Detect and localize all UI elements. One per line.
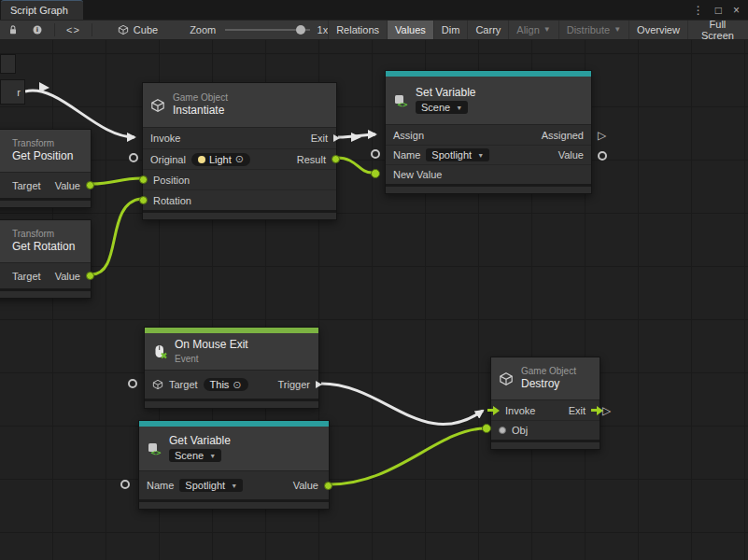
port-position-input[interactable] [139, 175, 148, 184]
port-target-label: Target [0, 180, 41, 191]
window-controls: ⋮ □ × [693, 0, 748, 20]
target-object-value: This [210, 379, 230, 390]
graph-target-button[interactable]: Cube [110, 21, 165, 39]
cube-icon [152, 379, 163, 390]
variable-name-dropdown[interactable]: Spotlight ▼ [426, 148, 489, 161]
port-setvariable-name-input[interactable] [371, 149, 380, 159]
port-exit-label: Exit [311, 133, 328, 144]
window-close-icon[interactable]: × [733, 5, 740, 16]
port-result-output[interactable] [332, 155, 340, 163]
node-header[interactable]: On Mouse Exit Event [145, 333, 318, 371]
node-header[interactable]: Game Object Destroy [491, 357, 600, 400]
port-exit-flow-output[interactable] [333, 134, 340, 142]
tab-bar: Script Graph ⋮ □ × [0, 0, 748, 20]
partial-node-fragment[interactable] [0, 54, 16, 74]
toolbar-buttons: Relations Values Dim Carry Align▼ Distri… [328, 21, 747, 39]
port-row: Invoke Exit [143, 128, 336, 148]
port-row: Assign Assigned [386, 125, 591, 145]
port-row: Obj [491, 420, 600, 440]
node-title: Get Rotation [12, 241, 75, 254]
fullscreen-label: Full Screen [696, 19, 740, 41]
carry-button[interactable]: Carry [467, 21, 508, 39]
port-assigned-flow-output[interactable]: ▷ [598, 130, 606, 141]
dim-button[interactable]: Dim [433, 21, 468, 39]
align-label: Align [516, 24, 539, 35]
window-maximize-icon[interactable]: □ [715, 5, 722, 16]
relations-label: Relations [336, 24, 379, 35]
code-view-icon[interactable]: <> [60, 21, 87, 39]
port-new-value-input[interactable] [371, 169, 380, 178]
variable-kind-dropdown[interactable]: Scene ▼ [416, 101, 468, 114]
variable-kind-dropdown[interactable]: Scene ▼ [169, 449, 221, 462]
lock-icon[interactable] [1, 21, 25, 39]
node-get-variable[interactable]: Get Variable Scene ▼ Name Spotlight ▼ Va… [138, 420, 330, 510]
port-position-label: Position [153, 175, 190, 186]
port-row: Invoke Exit [491, 400, 600, 420]
port-trigger-flow-output[interactable] [316, 381, 322, 388]
zoom-value: 1x [318, 24, 329, 35]
values-button[interactable]: Values [387, 21, 433, 39]
port-value-output[interactable] [86, 181, 94, 189]
node-header[interactable]: Set Variable Scene ▼ [386, 77, 591, 125]
variable-name-dropdown[interactable]: Spotlight ▼ [179, 479, 243, 492]
node-title: Set Variable [416, 87, 475, 100]
variable-icon [393, 93, 408, 108]
port-obj-input[interactable] [499, 427, 506, 434]
node-category: Transform [12, 138, 73, 149]
svg-text:i: i [36, 26, 38, 34]
port-destroy-exit-flow-output[interactable]: ▷ [602, 405, 611, 416]
target-object-field[interactable]: This ⊙ [204, 378, 248, 391]
object-picker-icon[interactable]: ⊙ [233, 380, 241, 390]
node-header[interactable]: Transform Get Position [0, 130, 91, 173]
port-row: Rotation [143, 189, 336, 210]
node-destroy[interactable]: Game Object Destroy Invoke Exit Obj [490, 357, 600, 450]
wire-flow-arrowhead [351, 133, 361, 142]
node-get-rotation[interactable]: Transform Get Rotation Target Value [0, 219, 92, 299]
port-setvariable-value-output[interactable] [598, 151, 607, 161]
port-rotation-input[interactable] [139, 196, 148, 204]
dropdown-arrow-icon: ▼ [231, 483, 237, 489]
port-getvariable-name-input[interactable] [120, 480, 130, 489]
node-instantiate[interactable]: Game Object Instantiate Invoke Exit Orig… [142, 82, 337, 220]
port-original-label: Original [150, 154, 186, 165]
node-set-variable[interactable]: Set Variable Scene ▼ Assign Assigned Nam… [385, 70, 592, 194]
distribute-dropdown-button[interactable]: Distribute▼ [558, 21, 628, 39]
port-value-output[interactable] [324, 482, 332, 490]
port-mouse-target-input[interactable] [128, 379, 137, 388]
node-header[interactable]: Game Object Instantiate [143, 83, 336, 128]
relations-button[interactable]: Relations [328, 21, 387, 39]
original-object-field[interactable]: Light ⊙ [191, 153, 250, 166]
wire-getrotation-to-rotation [92, 199, 141, 274]
overview-button[interactable]: Overview [628, 21, 687, 39]
original-object-value: Light [209, 154, 232, 165]
fullscreen-button[interactable]: Full Screen [687, 21, 747, 39]
port-row: Target This ⊙ Trigger [145, 371, 318, 399]
zoom-slider[interactable] [225, 24, 309, 35]
tab-title: Script Graph [10, 5, 68, 16]
node-on-mouse-exit[interactable]: On Mouse Exit Event Target This ⊙ Trigge… [144, 327, 319, 409]
tab-script-graph[interactable]: Script Graph [1, 0, 83, 20]
port-original-input[interactable] [129, 153, 138, 162]
port-value-output[interactable] [86, 272, 94, 280]
port-destroy-obj-input[interactable] [482, 424, 491, 433]
port-invoke-flow-input[interactable] [487, 406, 500, 415]
node-header[interactable]: Get Variable Scene ▼ [139, 427, 329, 471]
window-menu-icon[interactable]: ⋮ [693, 5, 704, 16]
variable-icon [147, 441, 162, 456]
node-category: Game Object [521, 366, 576, 377]
port-name-label: Name [147, 480, 174, 491]
graph-canvas[interactable]: <> r [0, 40, 748, 560]
dropdown-arrow-icon: ▼ [209, 453, 216, 459]
node-get-position[interactable]: Transform Get Position Target Value [0, 129, 92, 208]
mouse-icon [152, 344, 167, 359]
port-new-value-label: New Value [393, 169, 442, 180]
port-assigned-label: Assigned [542, 130, 584, 141]
zoom-slider-handle[interactable] [296, 25, 305, 35]
partial-node-fragment[interactable]: r [0, 79, 25, 105]
port-name-label: Name [393, 149, 420, 161]
align-dropdown-button[interactable]: Align▼ [508, 21, 557, 39]
info-icon[interactable]: i [25, 21, 49, 39]
node-header[interactable]: Transform Get Rotation [0, 220, 91, 263]
object-picker-icon[interactable]: ⊙ [235, 154, 244, 164]
port-row: Position [143, 169, 336, 189]
